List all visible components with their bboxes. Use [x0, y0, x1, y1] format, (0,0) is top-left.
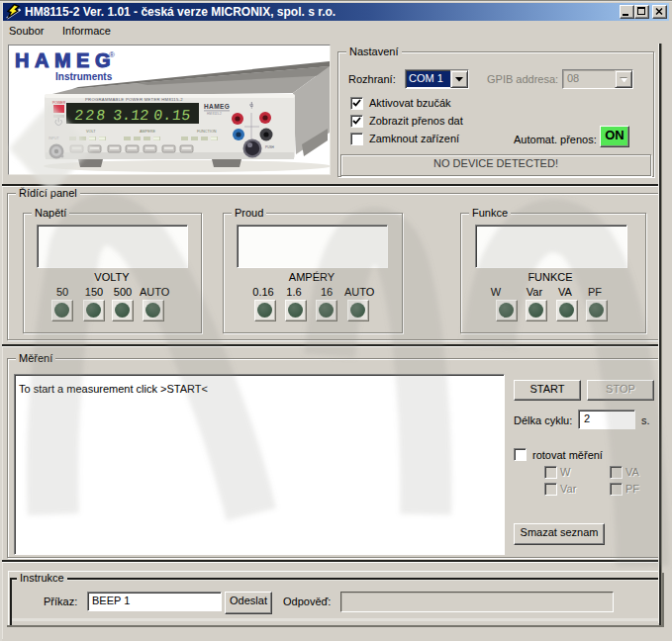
svg-text:®: ®	[109, 50, 115, 59]
svg-text:Instruments: Instruments	[55, 71, 113, 82]
svg-text:INPUT: INPUT	[48, 137, 60, 140]
svg-text:POWER: POWER	[52, 101, 66, 105]
svg-text:HAMEG: HAMEG	[15, 49, 116, 71]
svg-text:PUSH: PUSH	[265, 145, 275, 149]
svg-text:FUNCTION: FUNCTION	[197, 130, 217, 134]
svg-text:HM 8115-2: HM 8115-2	[207, 112, 222, 116]
svg-text:PROGRAMMABLE POWER METER HM811: PROGRAMMABLE POWER METER HM8115-2	[85, 97, 183, 102]
svg-text:228: 228	[73, 107, 108, 125]
svg-text:0.15: 0.15	[152, 107, 191, 125]
svg-text:3.12: 3.12	[112, 107, 149, 125]
svg-text:HAMEG: HAMEG	[204, 103, 230, 110]
svg-text:VOLT: VOLT	[86, 130, 96, 134]
svg-text:AMPERE: AMPERE	[140, 130, 156, 134]
